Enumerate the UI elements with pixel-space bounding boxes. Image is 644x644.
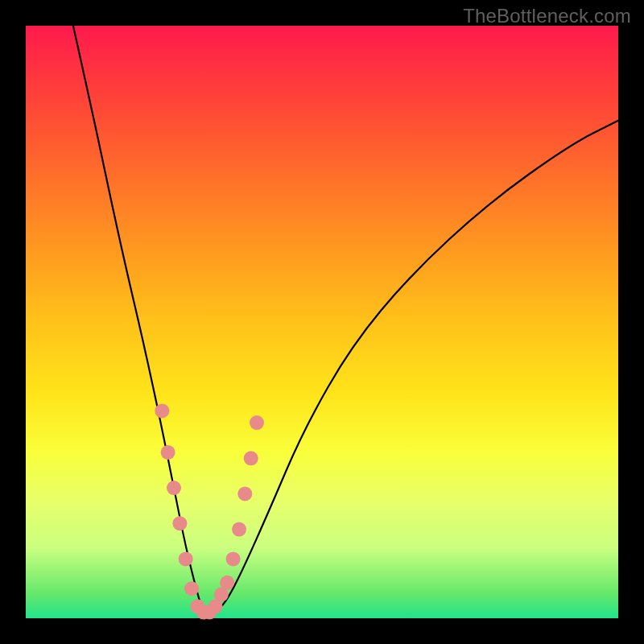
curve-marker xyxy=(161,445,175,460)
curve-marker xyxy=(220,576,234,590)
watermark-text: TheBottleneck.com xyxy=(463,5,631,27)
curve-marker xyxy=(167,481,181,495)
curve-marker xyxy=(244,451,258,465)
curve-layer xyxy=(26,26,618,618)
marker-group xyxy=(155,403,264,619)
curve-marker xyxy=(226,551,241,566)
curve-marker xyxy=(179,551,193,566)
plot-area xyxy=(26,26,618,618)
curve-marker xyxy=(172,516,187,530)
curve-marker xyxy=(250,415,264,430)
curve-marker xyxy=(155,403,169,418)
curve-marker xyxy=(184,581,199,596)
chart-stage: TheBottleneck.com xyxy=(0,0,644,644)
bottleneck-curve xyxy=(73,26,618,613)
curve-marker xyxy=(237,486,252,501)
curve-marker xyxy=(232,522,246,537)
